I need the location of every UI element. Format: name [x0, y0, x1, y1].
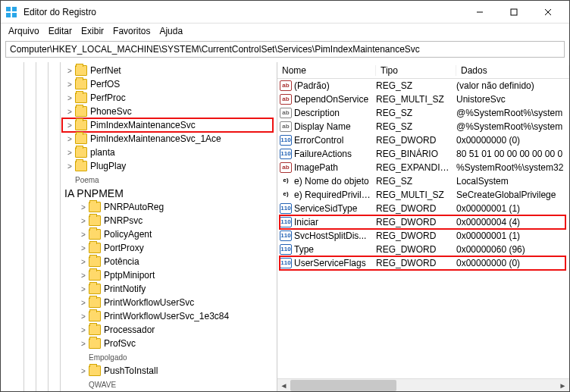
- tree-item[interactable]: >PortProxy: [1, 241, 277, 255]
- horizontal-scrollbar[interactable]: ◄ ►: [277, 378, 569, 391]
- tree-item[interactable]: >PerfNet: [1, 64, 277, 77]
- col-type[interactable]: Tipo: [376, 65, 456, 76]
- value-data: LocalSystem: [456, 176, 569, 187]
- tree-item[interactable]: IA PNPMEM: [1, 187, 277, 200]
- value-data: 0x00000000 (0): [456, 135, 569, 146]
- tree-item[interactable]: >PrintWorkflowUserSvc_1e3c84: [1, 309, 277, 323]
- value-row[interactable]: abDescriptionREG_SZ@%SystemRoot%\system: [277, 106, 569, 120]
- tree-item[interactable]: >planta: [1, 146, 277, 159]
- chevron-right-icon[interactable]: >: [64, 162, 75, 171]
- tree-item[interactable]: >Processador: [1, 323, 277, 337]
- value-row[interactable]: abImagePathREG_EXPANDIR_SZ%SystemRoot%\s…: [277, 161, 569, 174]
- value-name: DependOnService: [294, 94, 376, 105]
- chevron-right-icon[interactable]: >: [64, 67, 75, 75]
- scroll-thumb[interactable]: [290, 380, 396, 391]
- minimize-button[interactable]: [462, 2, 496, 23]
- tree-item[interactable]: QWAVE: [1, 378, 277, 391]
- chevron-right-icon[interactable]: >: [78, 367, 89, 375]
- tree-item[interactable]: >PhoneSvc: [1, 105, 277, 118]
- menu-editar[interactable]: Editar: [45, 26, 75, 36]
- menu-ajuda[interactable]: Ajuda: [156, 26, 186, 36]
- tree-item-label: IA PNPMEM: [64, 187, 124, 199]
- tree-item[interactable]: >PerfOS: [1, 77, 277, 91]
- tree-item[interactable]: >ProfSvc: [1, 337, 277, 350]
- menu-arquivo[interactable]: Arquivo: [5, 26, 42, 36]
- chevron-right-icon[interactable]: >: [78, 340, 89, 348]
- col-name[interactable]: Nome: [277, 65, 376, 76]
- value-name: Description: [294, 108, 376, 118]
- chevron-right-icon[interactable]: >: [78, 299, 89, 307]
- reg-binary-icon: 110: [280, 258, 292, 268]
- value-row[interactable]: ab(Padrão)REG_SZ(valor não definido): [277, 79, 569, 93]
- tree-item[interactable]: >PlugPlay: [1, 159, 277, 173]
- tree-item[interactable]: Poema: [1, 173, 277, 187]
- tree-item[interactable]: >PrintWorkflowUserSvc: [1, 296, 277, 309]
- scroll-track[interactable]: [290, 379, 556, 392]
- value-row[interactable]: abDependOnServiceREG_MULTI_SZUnistoreSvc: [277, 93, 569, 106]
- value-type: REG_DWORD: [376, 203, 456, 214]
- value-row[interactable]: 110TypeREG_DWORD0x00000060 (96): [277, 243, 569, 256]
- value-row[interactable]: e)e) Nome do objetoREG_SZLocalSystem: [277, 174, 569, 188]
- folder-icon: [75, 120, 87, 130]
- chevron-right-icon[interactable]: >: [64, 149, 75, 157]
- chevron-right-icon[interactable]: >: [78, 285, 89, 293]
- folder-icon: [89, 243, 101, 253]
- chevron-right-icon[interactable]: >: [78, 217, 89, 225]
- close-button[interactable]: [531, 2, 565, 23]
- value-name: ImagePath: [294, 162, 376, 173]
- tree-item[interactable]: >PptpMiniport: [1, 268, 277, 282]
- tree-item-label: Potência: [104, 256, 139, 267]
- chevron-right-icon[interactable]: >: [64, 121, 75, 130]
- tree-pane[interactable]: >PerfNet>PerfOS>PerfProc>PhoneSvc>PimInd…: [1, 62, 277, 391]
- chevron-right-icon[interactable]: >: [64, 135, 75, 143]
- chevron-right-icon[interactable]: >: [64, 108, 75, 116]
- chevron-right-icon[interactable]: >: [78, 271, 89, 280]
- scroll-left-arrow[interactable]: ◄: [277, 379, 290, 392]
- chevron-right-icon[interactable]: >: [78, 230, 89, 239]
- value-row[interactable]: 110ErrorControlREG_DWORD0x00000000 (0): [277, 133, 569, 147]
- chevron-right-icon[interactable]: >: [64, 94, 75, 102]
- menu-exibir[interactable]: Exibir: [78, 26, 107, 36]
- value-row[interactable]: abDisplay NameREG_SZ@%SystemRoot%\system: [277, 120, 569, 133]
- svg-rect-2: [6, 13, 11, 17]
- value-row[interactable]: 110FailureActionsREG_BINÁRIO80 51 01 00 …: [277, 147, 569, 161]
- tree-item-label: Processador: [104, 325, 155, 335]
- tree-item[interactable]: >PolicyAgent: [1, 227, 277, 241]
- tree-item-label: PerfProc: [90, 93, 126, 103]
- chevron-right-icon[interactable]: >: [78, 326, 89, 334]
- chevron-right-icon[interactable]: >: [78, 312, 89, 321]
- value-row[interactable]: e)e) RequiredPrivileg...REG_MULTI_SZSeCr…: [277, 188, 569, 202]
- value-row[interactable]: 110IniciarREG_DWORD0x00000004 (4): [277, 215, 569, 229]
- value-row[interactable]: 110UserServiceFlagsREG_DWORD0x00000000 (…: [277, 256, 569, 270]
- tree-item[interactable]: >PushToInstall: [1, 364, 277, 378]
- value-type: REG_EXPANDIR_SZ: [376, 162, 456, 173]
- value-row[interactable]: 110ServiceSidTypeREG_DWORD0x00000001 (1): [277, 202, 569, 215]
- tree-item[interactable]: Empolgado: [1, 350, 277, 364]
- address-bar[interactable]: Computer\HKEY_LOCAL_MACHINE\SYSTEM\Curre…: [5, 41, 565, 58]
- tree-item[interactable]: >PerfProc: [1, 91, 277, 105]
- value-data: @%SystemRoot%\system: [456, 108, 569, 118]
- folder-icon: [89, 284, 101, 294]
- chevron-right-icon[interactable]: >: [78, 244, 89, 252]
- tree-item[interactable]: >PrintNotify: [1, 282, 277, 296]
- tree-item-label: PimIndexMaintenanceSvc: [90, 120, 196, 130]
- tree-item[interactable]: >PimIndexMaintenanceSvc: [1, 118, 277, 132]
- tree-item[interactable]: >Potência: [1, 255, 277, 268]
- folder-icon: [89, 229, 101, 240]
- tree-item[interactable]: >PNRPsvc: [1, 214, 277, 227]
- menu-favoritos[interactable]: Favoritos: [110, 26, 153, 36]
- col-data[interactable]: Dados: [456, 65, 569, 76]
- value-row[interactable]: 110SvcHostSplitDis...REG_DWORD0x00000001…: [277, 229, 569, 243]
- folder-icon: [89, 270, 101, 281]
- value-type: REG_SZ: [376, 121, 456, 132]
- scroll-right-arrow[interactable]: ►: [556, 379, 569, 392]
- maximize-button[interactable]: [496, 2, 531, 23]
- folder-icon: [89, 215, 101, 226]
- value-type: REG_SZ: [376, 80, 456, 91]
- chevron-right-icon[interactable]: >: [64, 80, 75, 89]
- value-list[interactable]: ab(Padrão)REG_SZ(valor não definido)abDe…: [277, 79, 569, 378]
- chevron-right-icon[interactable]: >: [78, 258, 89, 266]
- tree-item[interactable]: >PimIndexMaintenanceSvc_1Ace: [1, 132, 277, 146]
- tree-item[interactable]: >PNRPAutoReg: [1, 200, 277, 214]
- chevron-right-icon[interactable]: >: [78, 203, 89, 212]
